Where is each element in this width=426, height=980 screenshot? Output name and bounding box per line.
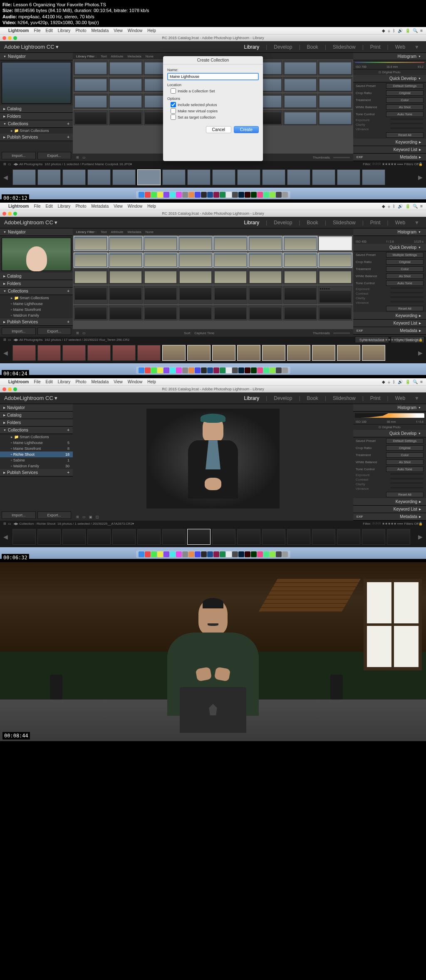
menu-file[interactable]: File [34, 28, 40, 33]
collection-smart[interactable]: ▸ 📁 Smart Collections [0, 128, 73, 134]
module-library[interactable]: Library [242, 44, 262, 50]
reset-all-button[interactable]: Reset All [386, 132, 424, 138]
export-button[interactable]: Export... [37, 327, 72, 335]
module-develop[interactable]: Develop [271, 44, 295, 50]
window-titlebar: RC 2015 Catalog.lrcat - Adobe Photoshop … [0, 210, 426, 217]
path-nav-fwd[interactable]: ▶ [16, 162, 18, 166]
panel-metadata-header[interactable]: EXIFMetadata▶ [353, 154, 426, 161]
vibrance-stepper[interactable] [390, 127, 424, 129]
grid-nav-icon[interactable]: ⊞ [3, 162, 6, 166]
brand-adobe: Adobe [4, 44, 20, 50]
filmstrip-prev-icon[interactable]: ◀ [3, 174, 8, 181]
collection-item[interactable]: ▸ 📁 Smart Collections [0, 434, 73, 440]
dialog-overlay: Create Collection Name: Location Inside … [73, 53, 353, 161]
import-button[interactable]: Import... [2, 327, 36, 335]
create-button[interactable]: Create [234, 126, 259, 133]
target-collection-checkbox[interactable] [171, 114, 176, 120]
module-book[interactable]: Book [305, 44, 321, 50]
minimize-window-button[interactable] [8, 212, 12, 216]
collection-item[interactable]: ▸ 📁 Smart Collections [0, 295, 73, 301]
panel-folders-header[interactable]: ▶Folders [0, 280, 73, 288]
collection-item[interactable]: ▫ Sabine1 [0, 457, 73, 463]
dialog-title: Create Collection [163, 56, 263, 65]
battery-icon: 🔋 [405, 28, 410, 33]
panel-folders-header[interactable]: ▶Folders [0, 113, 73, 120]
menu-extras-icon: ≡ [420, 28, 423, 33]
menu-window[interactable]: Window [128, 28, 143, 33]
panel-histogram-header[interactable]: Histogram▼ [353, 53, 426, 60]
collection-item[interactable]: ▫ Maine Storefront8 [0, 446, 73, 452]
collection-item[interactable]: ▫ Maine Lighthouse5 [0, 440, 73, 446]
filter-flags[interactable]: ⚐⚐⚐ [372, 162, 381, 166]
menu-photo[interactable]: Photo [75, 28, 86, 33]
zoom-window-button[interactable] [13, 36, 17, 40]
collection-name-input[interactable] [167, 73, 259, 80]
import-button[interactable]: Import... [2, 152, 36, 159]
zoom-window-button[interactable] [13, 212, 17, 216]
wb-select[interactable]: As Shot [386, 104, 424, 110]
panel-catalog-header[interactable]: ▶Catalog [0, 273, 73, 280]
module-picker: Library| Develop| Book| Slideshow| Print… [242, 44, 422, 50]
treatment-select[interactable]: Color [386, 97, 424, 103]
loupe-view[interactable] [73, 404, 353, 513]
filmstrip[interactable]: ◀ ▶ [0, 342, 426, 363]
panel-catalog-header[interactable]: ▶Catalog [0, 105, 73, 113]
navigator-preview[interactable] [2, 62, 71, 104]
panel-keywordlist-header[interactable]: Keyword List▶ [353, 146, 426, 154]
mac-menubar[interactable]: Lightroom File Edit Library Photo Metada… [0, 27, 426, 35]
filmstrip[interactable]: ◀ ▶ [0, 167, 426, 188]
minimize-window-button[interactable] [8, 36, 12, 40]
dock-finder-icon[interactable] [139, 192, 144, 198]
menu-view[interactable]: View [114, 28, 123, 33]
preset-select[interactable]: Default Settings [386, 83, 424, 89]
collection-item-selected[interactable]: ▫ Richie Shoot18 [0, 452, 73, 457]
module-slideshow[interactable]: Slideshow [330, 44, 358, 50]
grid-view[interactable]: ★★★★★ [73, 235, 353, 329]
crop-select[interactable]: Original [386, 90, 424, 96]
cancel-button[interactable]: Cancel [206, 126, 231, 133]
module-print[interactable]: Print [368, 44, 383, 50]
menu-edit[interactable]: Edit [46, 28, 53, 33]
virtual-copies-checkbox[interactable] [171, 108, 176, 114]
app-menu[interactable]: Lightroom [8, 28, 29, 33]
panel-keywording-header[interactable]: Keywording▶ [353, 139, 426, 146]
filmstrip[interactable]: ◀ ▶ [0, 526, 426, 547]
mac-menubar[interactable]: Lightroom FileEditLibraryPhotoMetadataVi… [0, 203, 426, 210]
collection-item[interactable]: ▫ Maine Storefront [0, 307, 73, 313]
dock[interactable] [136, 191, 290, 198]
close-window-button[interactable] [2, 212, 6, 216]
timestamp-4: 00:08:44 [2, 732, 30, 739]
autotone-button[interactable]: Auto Tone [386, 112, 424, 117]
close-window-button[interactable] [2, 36, 6, 40]
collection-item[interactable]: ▫ Waldron Family [0, 313, 73, 318]
brand-lightroom[interactable]: Lightroom CC ▾ [21, 44, 59, 50]
panel-collections-header[interactable]: ▼Collections+ [0, 288, 73, 295]
filter-labels[interactable]: ▪▪▪▪▪ [397, 162, 403, 166]
panel-navigator-header[interactable]: ▼Navigator [0, 53, 73, 60]
inside-set-checkbox[interactable] [171, 88, 176, 94]
navigator-preview[interactable] [2, 238, 71, 271]
include-selected-checkbox[interactable] [171, 102, 176, 107]
filter-stars[interactable]: ★★★★★ [382, 162, 396, 166]
panel-publish-header[interactable]: ▶Publish Services+ [0, 318, 73, 326]
panel-publish-header[interactable]: ▶Publish Services+ [0, 134, 73, 141]
collection-item[interactable]: ▫ Waldron Family30 [0, 463, 73, 469]
export-button[interactable]: Export... [37, 152, 72, 159]
wifi-icon: ⏚ [388, 28, 390, 33]
clarity-stepper[interactable] [390, 123, 424, 124]
secondary-display-icon[interactable]: ▭ [8, 162, 11, 166]
exposure-stepper[interactable] [390, 118, 424, 120]
panel-navigator-header[interactable]: ▼Navigator [0, 228, 73, 236]
module-web[interactable]: Web [393, 44, 408, 50]
filmstrip-next-icon[interactable]: ▶ [418, 174, 423, 181]
filter-lock-icon[interactable]: 🔒 [419, 162, 423, 166]
collection-item[interactable]: ▫ Maine Lighthouse [0, 301, 73, 307]
mac-menubar[interactable]: Lightroom FileEditLibraryPhotoMetadataVi… [0, 378, 426, 386]
menu-metadata[interactable]: Metadata [92, 28, 109, 33]
name-label: Name: [167, 68, 259, 72]
menu-library[interactable]: Library [58, 28, 71, 33]
panel-collections-header[interactable]: ▼Collections+ [0, 120, 73, 128]
module-collapse-icon[interactable]: ▼ [412, 44, 422, 50]
panel-quick-develop-header[interactable]: Quick Develop▼ [353, 75, 426, 82]
menu-help[interactable]: Help [147, 28, 156, 33]
